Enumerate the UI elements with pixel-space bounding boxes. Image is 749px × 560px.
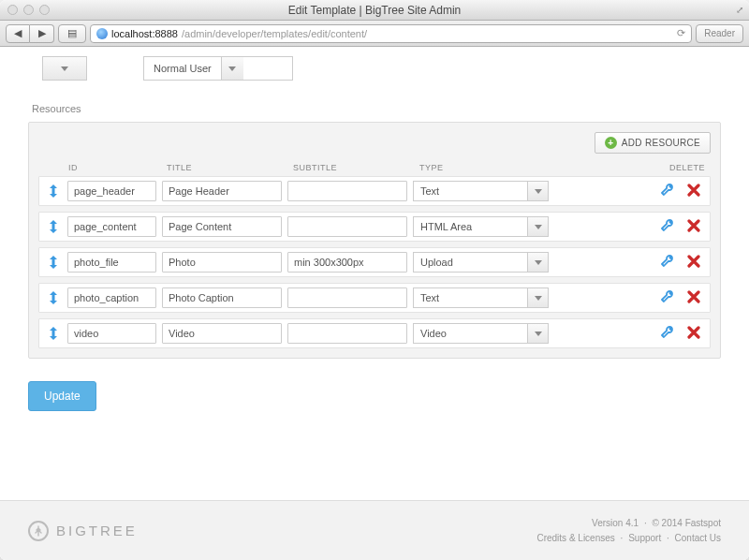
resource-type-dropdown[interactable]: HTML Area: [413, 216, 549, 237]
page-footer: BIGTREE Version 4.1 · © 2014 Fastspot Cr…: [0, 500, 749, 560]
resource-row: Text: [38, 283, 711, 313]
chevron-down-icon: [527, 217, 548, 236]
resource-id-input[interactable]: [67, 252, 156, 273]
header-id: ID: [68, 163, 167, 172]
resource-row: Upload: [38, 247, 711, 277]
resource-subtitle-input[interactable]: [287, 323, 407, 344]
header-title: TITLE: [167, 163, 293, 172]
resource-type-dropdown[interactable]: Text: [413, 287, 549, 308]
resource-type-dropdown[interactable]: Text: [413, 181, 549, 201]
window-title: Edit Template | BigTree Site Admin: [0, 4, 749, 17]
back-button[interactable]: ◀: [6, 24, 30, 43]
settings-icon[interactable]: [661, 184, 674, 199]
brand-name: BIGTREE: [56, 523, 138, 538]
url-bar[interactable]: localhost:8888/admin/developer/templates…: [90, 24, 692, 43]
add-resource-button[interactable]: + ADD RESOURCE: [595, 132, 711, 154]
chevron-down-icon: [527, 288, 548, 307]
footer-link-contact[interactable]: Contact Us: [675, 533, 721, 543]
header-delete: DELETE: [658, 163, 705, 172]
resource-row: Text: [38, 176, 711, 206]
resource-row: Video: [38, 318, 711, 348]
drag-handle-icon[interactable]: [45, 220, 62, 233]
plus-icon: +: [605, 137, 617, 149]
logo-icon: [28, 521, 49, 541]
delete-icon[interactable]: [687, 219, 700, 235]
forward-button[interactable]: ▶: [30, 24, 54, 43]
close-window-button[interactable]: [7, 5, 18, 15]
chevron-down-icon: [527, 253, 548, 272]
window-titlebar: Edit Template | BigTree Site Admin ⤢: [0, 0, 749, 21]
bookmarks-button[interactable]: ▤: [58, 24, 86, 43]
resource-subtitle-input[interactable]: [287, 181, 407, 201]
resources-panel: + ADD RESOURCE ID TITLE SUBTITLE TYPE DE…: [28, 122, 721, 359]
resource-type-dropdown[interactable]: Video: [413, 323, 549, 344]
add-resource-label: ADD RESOURCE: [622, 138, 700, 148]
resource-id-input[interactable]: [67, 216, 156, 237]
drag-handle-icon[interactable]: [45, 256, 62, 269]
resource-type-label: Video: [414, 328, 527, 339]
browser-toolbar: ◀ ▶ ▤ localhost:8888/admin/developer/tem…: [0, 21, 749, 47]
resources-header-row: ID TITLE SUBTITLE TYPE DELETE: [38, 159, 711, 176]
drag-handle-icon[interactable]: [45, 291, 62, 304]
delete-icon[interactable]: [687, 255, 700, 271]
drag-handle-icon[interactable]: [45, 327, 62, 340]
chevron-down-icon: [527, 324, 548, 343]
header-subtitle: SUBTITLE: [293, 163, 419, 172]
resource-type-label: HTML Area: [414, 221, 527, 232]
fullscreen-icon[interactable]: ⤢: [736, 5, 743, 15]
footer-copyright: © 2014 Fastspot: [652, 518, 721, 528]
resource-subtitle-input[interactable]: [287, 252, 407, 273]
globe-icon: [96, 28, 108, 39]
chevron-down-icon: [221, 57, 243, 80]
icon-dropdown[interactable]: [42, 56, 87, 81]
header-type: TYPE: [419, 163, 560, 172]
drag-handle-icon[interactable]: [45, 184, 62, 198]
level-dropdown[interactable]: Normal User: [143, 56, 293, 81]
resource-title-input[interactable]: [162, 287, 282, 308]
chevron-down-icon: [43, 57, 86, 80]
resource-type-label: Text: [414, 185, 527, 197]
footer-link-credits[interactable]: Credits & Licenses: [536, 533, 614, 543]
settings-icon[interactable]: [661, 326, 674, 341]
delete-icon[interactable]: [687, 290, 700, 306]
footer-version: Version 4.1: [592, 518, 639, 528]
minimize-window-button[interactable]: [23, 5, 34, 15]
resource-type-dropdown[interactable]: Upload: [413, 252, 549, 273]
url-path: /admin/developer/templates/edit/content/: [182, 28, 367, 39]
resource-row: HTML Area: [38, 212, 711, 242]
resource-subtitle-input[interactable]: [287, 287, 407, 308]
update-button[interactable]: Update: [28, 381, 96, 411]
resource-title-input[interactable]: [162, 181, 282, 201]
brand-logo: BIGTREE: [28, 521, 138, 541]
url-host: localhost:8888: [111, 28, 178, 39]
settings-icon[interactable]: [661, 255, 674, 270]
traffic-lights: [7, 5, 50, 15]
resource-id-input[interactable]: [67, 181, 156, 201]
delete-icon[interactable]: [687, 326, 700, 342]
resource-id-input[interactable]: [67, 287, 156, 308]
delete-icon[interactable]: [687, 184, 700, 199]
resource-subtitle-input[interactable]: [287, 216, 407, 237]
settings-icon[interactable]: [661, 219, 674, 234]
level-dropdown-label: Normal User: [144, 63, 221, 74]
resource-title-input[interactable]: [162, 323, 282, 344]
section-label-resources: Resources: [32, 103, 721, 114]
resource-type-label: Upload: [414, 257, 527, 268]
footer-link-support[interactable]: Support: [628, 533, 661, 543]
settings-icon[interactable]: [661, 290, 674, 305]
reader-button[interactable]: Reader: [696, 24, 743, 43]
resource-type-label: Text: [414, 292, 527, 303]
top-dropdown-row: Normal User: [28, 47, 721, 99]
resource-id-input[interactable]: [67, 323, 156, 344]
resource-title-input[interactable]: [162, 216, 282, 237]
zoom-window-button[interactable]: [39, 5, 50, 15]
chevron-down-icon: [527, 182, 548, 200]
reload-icon[interactable]: ⟳: [677, 27, 685, 39]
resource-title-input[interactable]: [162, 252, 282, 273]
